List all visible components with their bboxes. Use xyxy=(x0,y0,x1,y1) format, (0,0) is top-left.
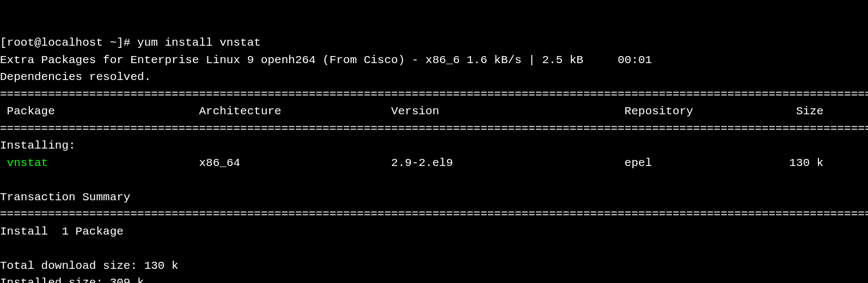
divider-line: ========================================… xyxy=(0,122,868,135)
package-version: 2.9-2.el9 xyxy=(391,157,453,169)
package-repo: epel xyxy=(625,157,652,169)
transaction-summary-label: Transaction Summary xyxy=(0,191,130,204)
package-size: 130 k xyxy=(789,157,823,169)
installing-label: Installing: xyxy=(0,139,76,152)
divider-line: ========================================… xyxy=(0,208,868,220)
terminal-output[interactable]: [root@localhost ~]# yum install vnstat E… xyxy=(0,34,868,283)
divider-line: ========================================… xyxy=(0,88,868,101)
repo-status-line: Extra Packages for Enterprise Linux 9 op… xyxy=(0,54,652,66)
header-repository: Repository xyxy=(625,105,693,118)
header-architecture: Architecture xyxy=(199,105,281,118)
header-version: Version xyxy=(391,105,439,118)
installed-size: Installed size: 309 k xyxy=(0,276,144,283)
package-name: vnstat xyxy=(7,157,48,169)
dependencies-resolved: Dependencies resolved. xyxy=(0,71,151,83)
header-package: Package xyxy=(0,105,55,118)
total-download-size: Total download size: 130 k xyxy=(0,260,179,272)
header-size: Size xyxy=(796,105,823,118)
package-arch: x86_64 xyxy=(199,157,240,169)
shell-prompt: [root@localhost ~]# xyxy=(0,36,137,49)
command-text: yum install vnstat xyxy=(137,36,261,49)
install-count: Install 1 Package xyxy=(0,225,124,238)
